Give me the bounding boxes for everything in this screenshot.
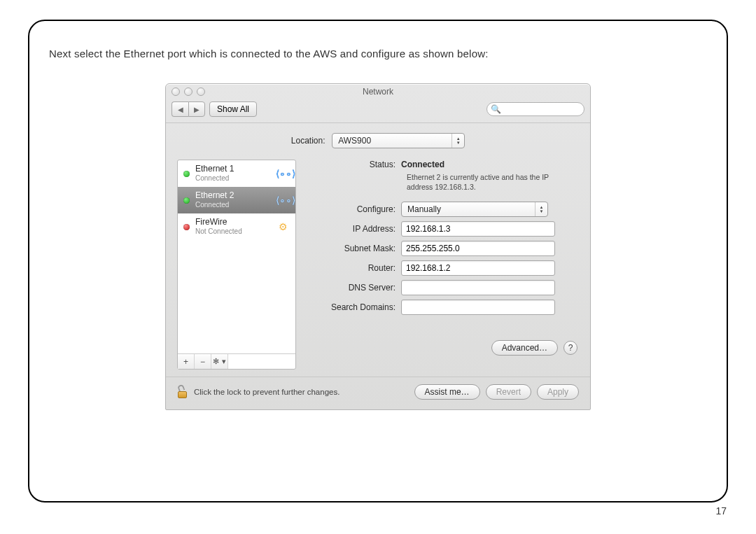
add-interface-button[interactable]: + — [178, 354, 195, 369]
ethernet-icon: ⟨∘∘⟩ — [276, 168, 290, 179]
lock-icon[interactable] — [177, 386, 188, 398]
search-icon: 🔍 — [491, 104, 501, 114]
nav-segment: ◀ ▶ — [172, 101, 205, 117]
location-label: Location: — [291, 136, 326, 146]
iface-name: Ethernet 2 — [195, 191, 270, 200]
search-input[interactable] — [486, 102, 584, 116]
iface-text: Ethernet 2 Connected — [195, 191, 270, 209]
iface-sub: Not Connected — [195, 227, 270, 236]
configure-popup[interactable]: Manually ▲▼ — [401, 202, 548, 217]
configure-value: Manually — [402, 204, 535, 214]
iface-name: Ethernet 1 — [195, 164, 270, 174]
iface-text: Ethernet 1 Connected — [195, 164, 270, 183]
dns-label: DNS Server: — [303, 283, 401, 293]
subnet-row: Subnet Mask: — [303, 241, 579, 256]
split-pane: Ethernet 1 Connected ⟨∘∘⟩ Ethernet 2 Con… — [177, 160, 579, 370]
status-dot-icon — [183, 171, 190, 177]
details-pane: Status: Connected Ethernet 2 is currentl… — [303, 160, 579, 370]
minimize-icon[interactable] — [184, 87, 192, 96]
gear-menu-button[interactable]: ✻ ▾ — [211, 354, 228, 369]
configure-label: Configure: — [303, 204, 401, 214]
sidebar-item-ethernet-1[interactable]: Ethernet 1 Connected ⟨∘∘⟩ — [178, 160, 295, 187]
page-number: 17 — [715, 505, 727, 517]
interface-sidebar: Ethernet 1 Connected ⟨∘∘⟩ Ethernet 2 Con… — [177, 160, 296, 370]
sidebar-item-ethernet-2[interactable]: Ethernet 2 Connected ⟨∘∘⟩ — [178, 187, 295, 213]
router-input[interactable] — [401, 260, 555, 276]
window-footer: Click the lock to prevent further change… — [166, 377, 590, 409]
search-domains-label: Search Domains: — [303, 302, 401, 312]
zoom-icon[interactable] — [197, 87, 205, 96]
sidebar-footer: + − ✻ ▾ — [178, 353, 295, 369]
dns-server-input[interactable] — [401, 280, 555, 295]
iface-text: FireWire Not Connected — [195, 218, 270, 236]
iface-sub: Connected — [195, 200, 270, 209]
location-value: AWS900 — [332, 136, 451, 146]
page-frame: Next select the Ethernet port which is c… — [28, 20, 728, 503]
subnet-label: Subnet Mask: — [303, 244, 401, 253]
instruction-text: Next select the Ethernet port which is c… — [49, 48, 707, 59]
show-all-button[interactable]: Show All — [209, 101, 257, 117]
status-row: Status: Connected — [303, 160, 579, 169]
router-row: Router: — [303, 260, 579, 276]
dns-row: DNS Server: — [303, 280, 579, 295]
assist-me-button[interactable]: Assist me… — [414, 384, 480, 400]
ip-address-input[interactable] — [401, 221, 555, 237]
apply-button[interactable]: Apply — [537, 384, 579, 400]
back-button[interactable]: ◀ — [172, 101, 188, 117]
location-row: Location: AWS900 ▲▼ — [177, 133, 579, 148]
chevron-updown-icon: ▲▼ — [535, 202, 547, 216]
search-domains-row: Search Domains: — [303, 300, 579, 315]
iface-name: FireWire — [195, 218, 270, 227]
revert-button[interactable]: Revert — [486, 384, 531, 400]
configure-row: Configure: Manually ▲▼ — [303, 202, 579, 217]
search-field-wrap: 🔍 — [486, 102, 584, 116]
status-description: Ethernet 2 is currently active and has t… — [407, 172, 568, 192]
close-icon[interactable] — [172, 87, 180, 96]
advanced-button[interactable]: Advanced… — [491, 340, 558, 356]
network-window: Network ◀ ▶ Show All 🔍 Location: AWS900 … — [165, 83, 591, 410]
advanced-row: Advanced… ? — [303, 340, 579, 356]
toolbar: ◀ ▶ Show All 🔍 — [166, 99, 590, 123]
sidebar-item-firewire[interactable]: FireWire Not Connected ⚙ — [178, 213, 295, 240]
status-dot-icon — [183, 197, 190, 204]
iface-sub: Connected — [195, 174, 270, 183]
remove-interface-button[interactable]: − — [195, 354, 211, 369]
traffic-lights — [172, 87, 205, 96]
router-label: Router: — [303, 263, 401, 273]
ip-row: IP Address: — [303, 221, 579, 237]
lock-body — [178, 391, 187, 398]
footer-buttons: Assist me… Revert Apply — [414, 384, 579, 400]
firewire-icon: ⚙ — [276, 221, 290, 232]
content: Location: AWS900 ▲▼ Ethernet 1 Connected — [166, 123, 590, 377]
location-popup[interactable]: AWS900 ▲▼ — [332, 133, 465, 148]
status-dot-icon — [183, 224, 190, 230]
subnet-mask-input[interactable] — [401, 241, 555, 256]
status-value: Connected — [401, 160, 444, 169]
help-button[interactable]: ? — [564, 341, 578, 355]
window-titlebar: Network — [166, 84, 590, 99]
lock-text: Click the lock to prevent further change… — [194, 388, 340, 396]
ip-label: IP Address: — [303, 224, 401, 234]
ethernet-icon: ⟨∘∘⟩ — [276, 195, 290, 206]
forward-button[interactable]: ▶ — [188, 101, 205, 117]
chevron-updown-icon: ▲▼ — [451, 134, 464, 148]
window-title: Network — [363, 87, 393, 97]
status-label: Status: — [303, 160, 401, 169]
interface-list: Ethernet 1 Connected ⟨∘∘⟩ Ethernet 2 Con… — [178, 160, 295, 353]
search-domains-input[interactable] — [401, 300, 555, 315]
